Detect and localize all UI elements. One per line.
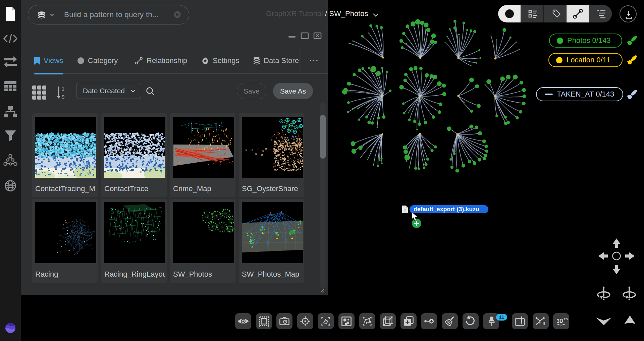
svg-text:?: ? — [404, 209, 406, 212]
svg-text:9: 9 — [62, 94, 64, 99]
svg-text:1: 1 — [62, 86, 64, 92]
svg-text:3D: 3D — [556, 318, 563, 324]
svg-text:2D: 2D — [564, 318, 568, 321]
